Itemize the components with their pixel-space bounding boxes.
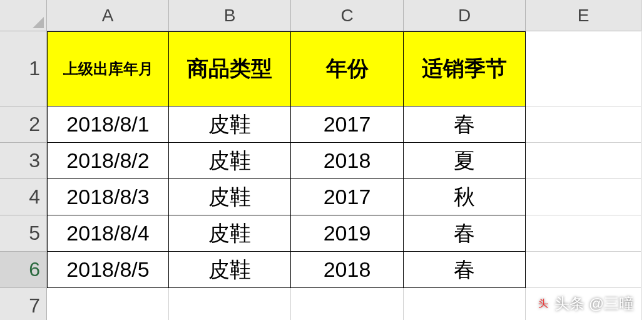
data-row: 3 2018/8/2 皮鞋 2018 夏 [0,143,644,179]
select-all-corner[interactable] [0,0,47,31]
cell-D5[interactable]: 春 [404,215,526,252]
row-header-2[interactable]: 2 [0,106,47,143]
cell-C3[interactable]: 2018 [291,143,404,179]
cell-D3[interactable]: 夏 [404,143,526,179]
cell-E6[interactable] [526,252,641,288]
cell-B3[interactable]: 皮鞋 [169,143,291,179]
data-row: 2 2018/8/1 皮鞋 2017 春 [0,106,644,143]
row-header-3[interactable]: 3 [0,143,47,179]
row-header-5[interactable]: 5 [0,215,47,252]
cell-B6[interactable]: 皮鞋 [169,252,291,288]
row-header-7[interactable]: 7 [0,288,47,320]
header-row: 1 上级出库年月 商品类型 年份 适销季节 [0,31,644,106]
cell-A7[interactable] [47,288,169,320]
cell-A1[interactable]: 上级出库年月 [47,31,169,106]
row-header-4[interactable]: 4 [0,179,47,215]
data-row: 4 2018/8/3 皮鞋 2017 秋 [0,179,644,215]
cell-B4[interactable]: 皮鞋 [169,179,291,215]
cell-E3[interactable] [526,143,641,179]
cell-E1[interactable] [526,31,641,106]
watermark-text: 头条 @三曈 [555,294,634,314]
cell-C6[interactable]: 2018 [291,252,404,288]
cell-C5[interactable]: 2019 [291,215,404,252]
col-header-C[interactable]: C [291,0,404,31]
cell-C4[interactable]: 2017 [291,179,404,215]
cell-D4[interactable]: 秋 [404,179,526,215]
col-header-E[interactable]: E [526,0,641,31]
spreadsheet: A B C D E 1 上级出库年月 商品类型 年份 适销季节 2 2018/8… [0,0,644,320]
col-header-B[interactable]: B [169,0,291,31]
watermark: 头 头条 @三曈 [536,294,634,314]
cell-A4[interactable]: 2018/8/3 [47,179,169,215]
cell-A5[interactable]: 2018/8/4 [47,215,169,252]
cell-A2[interactable]: 2018/8/1 [47,106,169,143]
cell-E2[interactable] [526,106,641,143]
watermark-icon: 头 [536,296,551,311]
cell-B1[interactable]: 商品类型 [169,31,291,106]
cell-C2[interactable]: 2017 [291,106,404,143]
cell-D1[interactable]: 适销季节 [404,31,526,106]
cell-A6[interactable]: 2018/8/5 [47,252,169,288]
cell-E4[interactable] [526,179,641,215]
row-header-1[interactable]: 1 [0,31,47,106]
cell-E5[interactable] [526,215,641,252]
cell-D6[interactable]: 春 [404,252,526,288]
cell-B7[interactable] [169,288,291,320]
data-row: 6 2018/8/5 皮鞋 2018 春 [0,252,644,288]
row-header-6[interactable]: 6 [0,252,47,288]
cell-D7[interactable] [404,288,526,320]
cell-B2[interactable]: 皮鞋 [169,106,291,143]
col-header-D[interactable]: D [404,0,526,31]
cell-B5[interactable]: 皮鞋 [169,215,291,252]
col-header-A[interactable]: A [47,0,169,31]
cell-C7[interactable] [291,288,404,320]
cell-D2[interactable]: 春 [404,106,526,143]
cell-A3[interactable]: 2018/8/2 [47,143,169,179]
column-header-row: A B C D E [0,0,644,31]
cell-C1[interactable]: 年份 [291,31,404,106]
data-row: 5 2018/8/4 皮鞋 2019 春 [0,215,644,252]
